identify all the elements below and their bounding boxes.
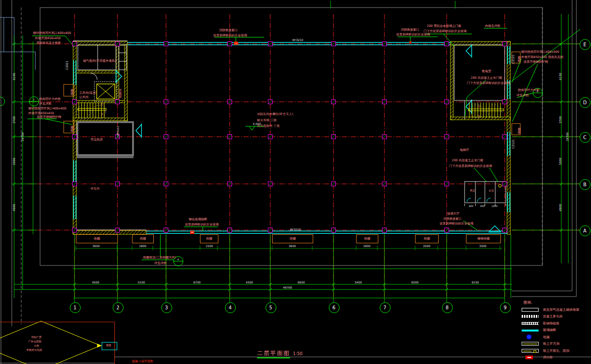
grid-bubble-col-7: 7	[380, 302, 391, 313]
dim-canopy: 1800	[139, 244, 146, 248]
dim-row: 6100	[558, 73, 562, 80]
column	[228, 135, 232, 139]
annotation-rescue-window: 消防救援窗口	[401, 28, 419, 32]
column	[73, 182, 77, 186]
grid-bubble-row-E: E	[580, 39, 591, 50]
title-scale: 1:50	[293, 351, 302, 356]
annotation-safety-glass: 设置易碎标识的安全玻璃	[185, 223, 219, 227]
cad-floor-plan-view: 123456789EDCBA 雨棚雨棚雨棚雨棚雨棚雨棚楼梯雨棚 储气瓶间(不采暖…	[0, 0, 591, 364]
column	[268, 228, 273, 232]
legend-swatch-square-hole-icon	[522, 342, 539, 346]
dim-bay: 5400	[355, 281, 362, 284]
dim-row: 6100	[12, 73, 16, 80]
stair-walkline-right	[471, 105, 501, 118]
column	[268, 42, 273, 46]
annotation-canopy-detail: 雨棚做法(二层雨棚大样)	[143, 256, 176, 260]
annotation-louver-detail: 防雨百叶大样图	[518, 89, 540, 92]
window-tag: C2021	[65, 61, 68, 70]
legend-item: 墙上开圆孔、圆洞	[522, 348, 591, 353]
sink-fixture	[499, 184, 501, 187]
column	[503, 182, 507, 186]
wall-edge-lines	[73, 41, 146, 230]
dim-row: 3700	[558, 116, 562, 124]
annotation-threshold: 200 高混凝土止水门槛	[452, 159, 483, 163]
stair-up-label: 上	[477, 105, 481, 108]
legend-label: 玻璃隔断	[543, 328, 556, 332]
column	[228, 100, 232, 104]
dim-row: 3700	[12, 116, 16, 124]
dim-bay: 4300	[246, 281, 253, 284]
level-value: 5.000	[253, 122, 261, 125]
legend-swatch-brick-icon	[522, 315, 539, 318]
legend-label: 墙上开方洞	[543, 341, 559, 346]
room-label-toilet-m: 男卫	[470, 189, 475, 192]
canopy-box: 楼梯雨棚	[466, 234, 501, 243]
annotation-door-window: 200 宽铝合金玻璃上门窗	[427, 25, 461, 28]
legend-swatch-drain-icon	[522, 335, 539, 339]
grid-bubble-col-2: 2	[113, 302, 124, 313]
column	[445, 182, 449, 186]
column	[383, 182, 387, 186]
stamp-text: 厂区位置图	[28, 340, 42, 343]
window-tag: BY3210	[292, 38, 303, 41]
column	[164, 182, 168, 186]
grid-bubble-col-9: 9	[500, 302, 511, 313]
annotation-mesh: 设置不锈钢防护网	[524, 60, 548, 64]
grid-bubble-col-5: 5	[266, 302, 276, 313]
column	[268, 135, 273, 139]
annotation-see-detail: 详见详图	[516, 94, 529, 98]
legend-item: 消火栓	[522, 356, 591, 360]
legend-label: 蒸压加气混凝土砌块墙体	[543, 307, 579, 312]
room-label-parking: 停车区	[91, 187, 100, 191]
column	[116, 100, 120, 104]
grid-bubble-col-6: 6	[329, 302, 340, 313]
canopy-label-side: 雨棚	[71, 89, 75, 95]
column	[164, 135, 168, 139]
dim-row: 5000	[558, 158, 562, 165]
dim-canopy: 1500	[206, 244, 213, 248]
column	[116, 42, 120, 46]
column	[383, 228, 387, 232]
canopy-label-side: 雨棚	[518, 128, 522, 134]
room-label-compressor: 空压机房	[91, 138, 103, 142]
annotation-see-detail: 详见详图	[154, 262, 166, 265]
dim-total: 19700	[566, 132, 569, 141]
room-label-main-hall: 试制车间办事区(甲方工人)	[257, 113, 293, 116]
annotation-safety-glass: 设置易碎标识的安全玻璃	[213, 34, 247, 38]
stamp-text: 试制厂房	[31, 336, 42, 339]
grid-bubble-row-C: C	[580, 132, 591, 143]
column	[268, 100, 273, 104]
dim-row: 5000	[12, 158, 16, 165]
legend-swatch-wall-icon	[522, 308, 539, 312]
detail-ref: 4	[177, 258, 179, 261]
room-label-toilet-f: 女卫	[489, 189, 494, 192]
stamp-text: 本图所示范围	[26, 348, 42, 352]
annotation-safety-glass: 设置易碎标识的安全玻璃	[440, 222, 474, 226]
annotation-inner-wall: 内墙见详图	[485, 25, 500, 28]
dim-canopy: 2000	[423, 244, 430, 248]
annotation-safety-glass: 门下方设置易碎标识的安全玻璃	[467, 82, 510, 85]
legend-label: 地漏	[543, 335, 549, 339]
dim-toilet: 900	[480, 205, 485, 207]
column	[332, 135, 336, 139]
annotation-wall-opening: 外墙开洞450x450 洞底高见图	[521, 56, 563, 59]
room-label-elevator-hall: 电梯厅	[460, 149, 469, 152]
dim-canopy: 3600	[92, 244, 100, 248]
column	[73, 228, 77, 232]
column	[503, 42, 507, 46]
column	[503, 228, 507, 232]
column	[164, 42, 168, 46]
annotation-glass-partition: 钢化玻璃隔断	[189, 218, 207, 222]
stair-up-label: 上	[100, 102, 104, 106]
sheet-note: 建施-二层平面图	[132, 359, 153, 363]
legend-item: 玻璃隔断	[522, 328, 591, 332]
legend-label: 消火栓	[543, 355, 553, 360]
legend-swatch-round-hole-icon	[522, 349, 539, 353]
annotation-safety-glass: 设置易碎标识的安全玻璃	[396, 33, 430, 37]
annotation-mesh: 设置不锈钢防护网	[37, 116, 61, 119]
column	[445, 228, 449, 232]
dim-bay: 5100	[138, 281, 145, 284]
column	[164, 100, 168, 104]
glass-doors	[116, 44, 501, 232]
dim-bay: 6700	[193, 281, 200, 284]
